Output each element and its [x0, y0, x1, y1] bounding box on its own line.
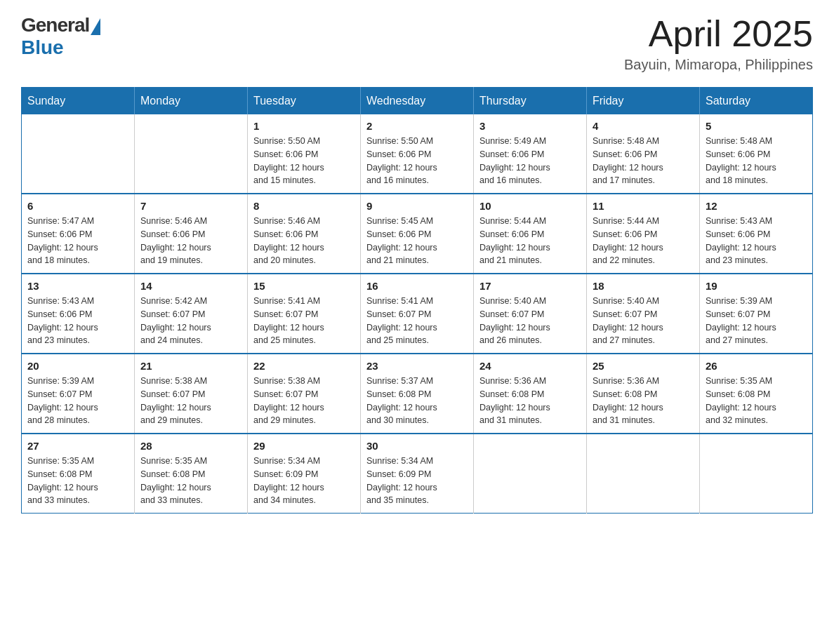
day-number: 5 [706, 120, 807, 132]
day-number: 3 [479, 120, 581, 132]
day-info: Sunrise: 5:40 AM Sunset: 6:07 PM Dayligh… [593, 295, 694, 347]
calendar-cell: 8Sunrise: 5:46 AM Sunset: 6:06 PM Daylig… [248, 194, 361, 274]
calendar-cell: 27Sunrise: 5:35 AM Sunset: 6:08 PM Dayli… [22, 434, 135, 514]
day-info: Sunrise: 5:47 AM Sunset: 6:06 PM Dayligh… [27, 215, 128, 267]
day-number: 29 [253, 440, 355, 452]
day-info: Sunrise: 5:35 AM Sunset: 6:08 PM Dayligh… [706, 375, 807, 427]
day-number: 15 [253, 280, 355, 292]
day-number: 17 [479, 280, 581, 292]
title-block: April 2025 Bayuin, Mimaropa, Philippines [624, 14, 813, 73]
calendar-week-row: 27Sunrise: 5:35 AM Sunset: 6:08 PM Dayli… [22, 434, 813, 514]
day-number: 23 [366, 360, 468, 372]
day-info: Sunrise: 5:50 AM Sunset: 6:06 PM Dayligh… [366, 135, 468, 187]
calendar-cell: 28Sunrise: 5:35 AM Sunset: 6:08 PM Dayli… [135, 434, 248, 514]
calendar-cell: 20Sunrise: 5:39 AM Sunset: 6:07 PM Dayli… [22, 354, 135, 434]
day-number: 7 [140, 200, 241, 212]
calendar-cell: 21Sunrise: 5:38 AM Sunset: 6:07 PM Dayli… [135, 354, 248, 434]
logo-triangle-icon [91, 18, 100, 35]
calendar-cell: 12Sunrise: 5:43 AM Sunset: 6:06 PM Dayli… [700, 194, 813, 274]
page-title: April 2025 [624, 14, 813, 54]
calendar-cell: 3Sunrise: 5:49 AM Sunset: 6:06 PM Daylig… [474, 114, 587, 194]
calendar-header-row: SundayMondayTuesdayWednesdayThursdayFrid… [22, 88, 813, 115]
day-number: 16 [366, 280, 468, 292]
calendar-cell: 19Sunrise: 5:39 AM Sunset: 6:07 PM Dayli… [700, 274, 813, 354]
day-number: 9 [366, 200, 468, 212]
calendar-week-row: 1Sunrise: 5:50 AM Sunset: 6:06 PM Daylig… [22, 114, 813, 194]
day-info: Sunrise: 5:39 AM Sunset: 6:07 PM Dayligh… [27, 375, 128, 427]
day-info: Sunrise: 5:48 AM Sunset: 6:06 PM Dayligh… [706, 135, 807, 187]
day-number: 10 [479, 200, 581, 212]
calendar-cell: 1Sunrise: 5:50 AM Sunset: 6:06 PM Daylig… [248, 114, 361, 194]
day-info: Sunrise: 5:42 AM Sunset: 6:07 PM Dayligh… [140, 295, 241, 347]
calendar-day-header-saturday: Saturday [700, 88, 813, 115]
calendar-cell: 13Sunrise: 5:43 AM Sunset: 6:06 PM Dayli… [22, 274, 135, 354]
day-info: Sunrise: 5:35 AM Sunset: 6:08 PM Dayligh… [140, 455, 241, 507]
calendar-cell: 18Sunrise: 5:40 AM Sunset: 6:07 PM Dayli… [587, 274, 700, 354]
day-number: 27 [27, 440, 128, 452]
day-number: 18 [593, 280, 694, 292]
day-number: 14 [140, 280, 241, 292]
day-info: Sunrise: 5:49 AM Sunset: 6:06 PM Dayligh… [479, 135, 581, 187]
day-number: 22 [253, 360, 355, 372]
day-info: Sunrise: 5:45 AM Sunset: 6:06 PM Dayligh… [366, 215, 468, 267]
logo: General Blue [21, 14, 100, 59]
calendar-cell: 15Sunrise: 5:41 AM Sunset: 6:07 PM Dayli… [248, 274, 361, 354]
calendar-cell: 10Sunrise: 5:44 AM Sunset: 6:06 PM Dayli… [474, 194, 587, 274]
day-number: 4 [593, 120, 694, 132]
day-info: Sunrise: 5:40 AM Sunset: 6:07 PM Dayligh… [479, 295, 581, 347]
day-info: Sunrise: 5:44 AM Sunset: 6:06 PM Dayligh… [479, 215, 581, 267]
calendar-day-header-thursday: Thursday [474, 88, 587, 115]
calendar-day-header-tuesday: Tuesday [248, 88, 361, 115]
day-info: Sunrise: 5:50 AM Sunset: 6:06 PM Dayligh… [253, 135, 355, 187]
calendar-cell: 7Sunrise: 5:46 AM Sunset: 6:06 PM Daylig… [135, 194, 248, 274]
calendar-cell: 22Sunrise: 5:38 AM Sunset: 6:07 PM Dayli… [248, 354, 361, 434]
day-number: 20 [27, 360, 128, 372]
calendar-cell: 29Sunrise: 5:34 AM Sunset: 6:09 PM Dayli… [248, 434, 361, 514]
logo-text-blue: Blue [21, 36, 100, 59]
day-info: Sunrise: 5:34 AM Sunset: 6:09 PM Dayligh… [366, 455, 468, 507]
calendar-cell: 25Sunrise: 5:36 AM Sunset: 6:08 PM Dayli… [587, 354, 700, 434]
day-number: 11 [593, 200, 694, 212]
day-info: Sunrise: 5:46 AM Sunset: 6:06 PM Dayligh… [140, 215, 241, 267]
calendar-cell: 30Sunrise: 5:34 AM Sunset: 6:09 PM Dayli… [361, 434, 474, 514]
calendar-cell: 14Sunrise: 5:42 AM Sunset: 6:07 PM Dayli… [135, 274, 248, 354]
day-info: Sunrise: 5:36 AM Sunset: 6:08 PM Dayligh… [479, 375, 581, 427]
calendar-cell: 5Sunrise: 5:48 AM Sunset: 6:06 PM Daylig… [700, 114, 813, 194]
calendar-cell: 4Sunrise: 5:48 AM Sunset: 6:06 PM Daylig… [587, 114, 700, 194]
calendar-week-row: 6Sunrise: 5:47 AM Sunset: 6:06 PM Daylig… [22, 194, 813, 274]
day-number: 2 [366, 120, 468, 132]
calendar-cell: 17Sunrise: 5:40 AM Sunset: 6:07 PM Dayli… [474, 274, 587, 354]
day-number: 6 [27, 200, 128, 212]
calendar-day-header-friday: Friday [587, 88, 700, 115]
calendar-table: SundayMondayTuesdayWednesdayThursdayFrid… [21, 87, 813, 514]
day-number: 28 [140, 440, 241, 452]
calendar-day-header-monday: Monday [135, 88, 248, 115]
calendar-cell [22, 114, 135, 194]
day-number: 13 [27, 280, 128, 292]
day-number: 24 [479, 360, 581, 372]
calendar-cell: 11Sunrise: 5:44 AM Sunset: 6:06 PM Dayli… [587, 194, 700, 274]
page-header: General Blue April 2025 Bayuin, Mimaropa… [21, 14, 813, 73]
day-number: 8 [253, 200, 355, 212]
day-number: 1 [253, 120, 355, 132]
calendar-cell: 2Sunrise: 5:50 AM Sunset: 6:06 PM Daylig… [361, 114, 474, 194]
calendar-cell [700, 434, 813, 514]
calendar-day-header-wednesday: Wednesday [361, 88, 474, 115]
calendar-cell [135, 114, 248, 194]
day-info: Sunrise: 5:43 AM Sunset: 6:06 PM Dayligh… [706, 215, 807, 267]
day-number: 26 [706, 360, 807, 372]
day-info: Sunrise: 5:36 AM Sunset: 6:08 PM Dayligh… [593, 375, 694, 427]
calendar-cell: 23Sunrise: 5:37 AM Sunset: 6:08 PM Dayli… [361, 354, 474, 434]
location-subtitle: Bayuin, Mimaropa, Philippines [624, 57, 813, 73]
day-info: Sunrise: 5:41 AM Sunset: 6:07 PM Dayligh… [366, 295, 468, 347]
day-number: 19 [706, 280, 807, 292]
calendar-cell [587, 434, 700, 514]
day-info: Sunrise: 5:38 AM Sunset: 6:07 PM Dayligh… [140, 375, 241, 427]
day-number: 21 [140, 360, 241, 372]
day-info: Sunrise: 5:41 AM Sunset: 6:07 PM Dayligh… [253, 295, 355, 347]
calendar-cell: 16Sunrise: 5:41 AM Sunset: 6:07 PM Dayli… [361, 274, 474, 354]
calendar-day-header-sunday: Sunday [22, 88, 135, 115]
day-info: Sunrise: 5:37 AM Sunset: 6:08 PM Dayligh… [366, 375, 468, 427]
calendar-cell: 6Sunrise: 5:47 AM Sunset: 6:06 PM Daylig… [22, 194, 135, 274]
calendar-cell [474, 434, 587, 514]
